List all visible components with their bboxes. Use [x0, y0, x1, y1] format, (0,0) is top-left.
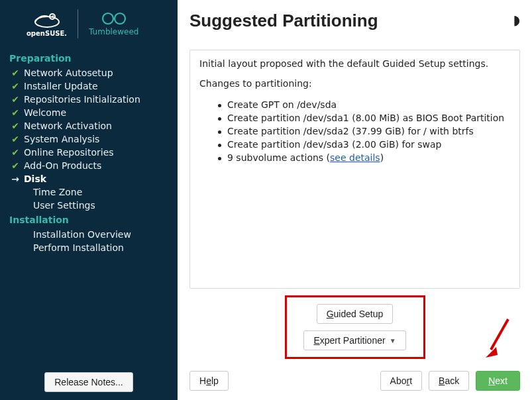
guided-setup-rest: uided Setup — [334, 309, 384, 319]
help-button[interactable]: Help — [189, 371, 229, 391]
nav-label: Network Autosetup — [24, 68, 113, 78]
caret-down-icon: ▼ — [390, 337, 396, 344]
nav-label: User Settings — [33, 200, 95, 211]
arrow-right-icon: → — [11, 174, 20, 184]
nav-item-welcome[interactable]: ✔Welcome — [8, 106, 170, 119]
main: Suggested Partitioning ◗ Initial layout … — [178, 0, 532, 400]
see-details-link[interactable]: see details — [330, 152, 380, 163]
check-icon: ✔ — [11, 160, 20, 171]
back-button[interactable]: Back — [429, 371, 469, 391]
abort-button[interactable]: Abort — [380, 371, 422, 391]
nav-item-installer-update[interactable]: ✔Installer Update — [8, 79, 170, 93]
nav-label: Perform Installation — [33, 242, 124, 253]
intro-text: Initial layout proposed with the default… — [199, 58, 510, 69]
annotation-highlight-box: Guided Setup Expert Partitioner ▼ — [285, 295, 425, 359]
nav-item-network-autosetup[interactable]: ✔Network Autosetup — [8, 66, 170, 79]
release-notes-button[interactable]: Release Notes... — [44, 372, 133, 392]
nav-item-online-repositories[interactable]: ✔Online Repositories — [8, 146, 170, 159]
bottom-bar: Help Abort Back Next — [189, 371, 520, 391]
change-item: Create partition /dev/sda3 (2.00 GiB) fo… — [219, 138, 510, 151]
nav-label: Disk — [24, 174, 46, 184]
expert-partitioner-rest: xpert Partitioner — [320, 335, 386, 346]
brand-opensuse-label: openSUSE. — [27, 30, 67, 37]
check-icon: ✔ — [11, 147, 20, 158]
svg-point-3 — [103, 13, 113, 24]
nav-label: Add-On Products — [24, 160, 101, 171]
subvol-prefix: 9 subvolume actions ( — [227, 152, 330, 163]
page-title: Suggested Partitioning — [189, 11, 378, 31]
check-icon: ✔ — [11, 94, 20, 105]
mid-buttons: Guided Setup Expert Partitioner ▼ — [189, 295, 520, 359]
content-card: Initial layout proposed with the default… — [189, 50, 520, 289]
nav-label: Installer Update — [24, 81, 98, 91]
nav-item-network-activation[interactable]: ✔Network Activation — [8, 119, 170, 132]
nav-heading-installation: Installation — [8, 212, 170, 228]
subvol-suffix: ) — [380, 152, 384, 163]
check-icon: ✔ — [11, 107, 20, 118]
nav-heading-preparation: Preparation — [8, 50, 170, 66]
nav-label: Time Zone — [33, 187, 82, 197]
nav-label: Welcome — [24, 107, 66, 118]
opensuse-logo-icon — [32, 11, 62, 28]
nav-item-addon-products[interactable]: ✔Add-On Products — [8, 159, 170, 172]
branding: openSUSE. Tumbleweed — [8, 7, 170, 48]
tumbleweed-logo-icon — [99, 11, 129, 26]
brand-divider — [78, 9, 78, 38]
check-icon: ✔ — [11, 134, 20, 144]
change-item: Create partition /dev/sda1 (8.00 MiB) as… — [219, 111, 510, 125]
expert-partitioner-button[interactable]: Expert Partitioner ▼ — [303, 330, 405, 350]
svg-point-4 — [115, 13, 125, 24]
nav-item-user-settings[interactable]: User Settings — [8, 199, 170, 212]
next-button[interactable]: Next — [476, 371, 520, 391]
nav-label: Online Repositories — [24, 147, 114, 158]
nav-item-time-zone[interactable]: Time Zone — [8, 185, 170, 199]
nav-item-system-analysis[interactable]: ✔System Analysis — [8, 132, 170, 146]
guided-setup-button[interactable]: Guided Setup — [317, 304, 394, 324]
nav-item-perform-installation[interactable]: Perform Installation — [8, 241, 170, 254]
changes-heading: Changes to partitioning: — [199, 78, 510, 89]
brand-tumbleweed-label: Tumbleweed — [89, 27, 138, 36]
changes-list: Create GPT on /dev/sda Create partition … — [199, 98, 510, 164]
check-icon: ✔ — [11, 121, 20, 131]
nav-label: Network Activation — [24, 121, 112, 131]
nav-label: Repositories Initialization — [24, 94, 140, 105]
contrast-toggle-icon[interactable]: ◗ — [513, 11, 520, 28]
change-item-subvolumes: 9 subvolume actions (see details) — [219, 151, 510, 164]
sidebar: openSUSE. Tumbleweed Preparation ✔Networ… — [0, 0, 178, 400]
nav-item-disk[interactable]: →Disk — [8, 172, 170, 185]
nav-item-repositories-initialization[interactable]: ✔Repositories Initialization — [8, 93, 170, 106]
brand-tumbleweed: Tumbleweed — [89, 11, 138, 36]
change-item: Create GPT on /dev/sda — [219, 98, 510, 111]
brand-opensuse: openSUSE. — [27, 11, 67, 37]
nav: Preparation ✔Network Autosetup ✔Installe… — [8, 50, 170, 367]
check-icon: ✔ — [11, 81, 20, 91]
check-icon: ✔ — [11, 68, 20, 78]
nav-label: System Analysis — [24, 134, 99, 144]
nav-item-installation-overview[interactable]: Installation Overview — [8, 228, 170, 241]
change-item: Create partition /dev/sda2 (37.99 GiB) f… — [219, 125, 510, 138]
svg-point-2 — [52, 15, 54, 17]
nav-label: Installation Overview — [33, 229, 131, 240]
